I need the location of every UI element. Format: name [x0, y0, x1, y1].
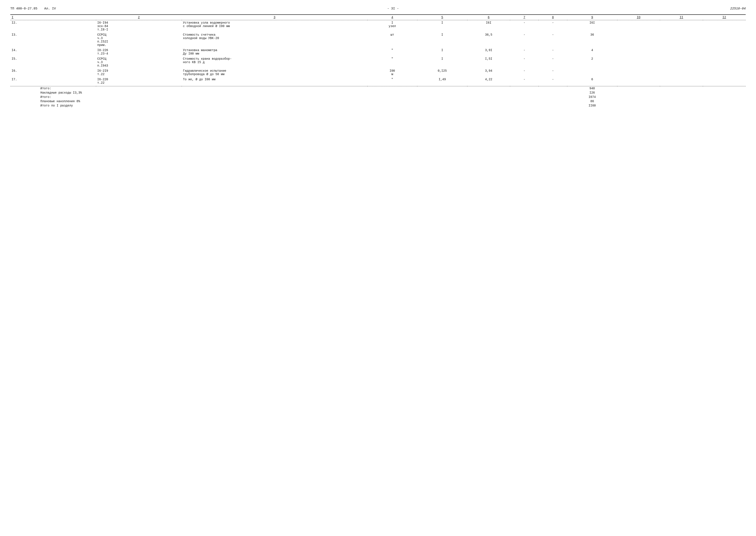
row-3-col-8: - [539, 48, 567, 56]
totals-empty-2-col12 [703, 90, 746, 95]
table-row: I3.ССРСЦ ч.3 п.I52I прим.Стоимость счетч… [10, 32, 746, 48]
row-1-col-5: I [417, 20, 467, 32]
row-6-col-9: 6 [567, 77, 617, 85]
col-header-9: 9 [567, 15, 617, 20]
row-1-col-2: I6-I94 эсн-84 т.I8-I [96, 20, 182, 32]
table-row: I6.I6-2I9 т.22Гидравлическое испытание т… [10, 68, 746, 77]
totals-value-5: II60 [567, 103, 617, 108]
totals-row-3: Итого:I074 [10, 95, 746, 99]
row-2-col-11 [660, 32, 703, 48]
col-header-3: 3 [182, 15, 367, 20]
row-2-col-8: - [539, 32, 567, 48]
row-6-col-7: - [510, 77, 539, 85]
totals-empty-5-col12 [703, 103, 746, 108]
row-4-col-5: I [417, 56, 467, 68]
row-4-col-7: - [510, 56, 539, 68]
row-5-col-1: I6. [10, 68, 96, 77]
row-5-col-12 [703, 68, 746, 77]
row-1-col-7: - [510, 20, 539, 32]
totals-empty-1-col12 [703, 86, 746, 90]
row-1-col-10 [617, 20, 660, 32]
row-3-col-9: 4 [567, 48, 617, 56]
col-header-5: 5 [417, 15, 467, 20]
row-4-col-6: I,5I [467, 56, 510, 68]
column-headers: I 2 3 4 5 6 7 8 9 IO II I2 [10, 15, 746, 20]
page-header: ТП 400-0-27.85 Ал. IV - 3I - 22510-04 [10, 7, 746, 11]
row-3-col-11 [660, 48, 703, 56]
row-3-col-12 [703, 48, 746, 56]
row-3-col-3: Установка манометра Ду I00 мм [182, 48, 367, 56]
table-row: I7.I6-220 т.22То же, Ø до I00 мм"I,494,2… [10, 77, 746, 85]
col-header-6: 6 [467, 15, 510, 20]
row-1-col-1: I2. [10, 20, 96, 32]
row-5-col-9 [567, 68, 617, 77]
row-5-col-5: 0,I25 [417, 68, 467, 77]
totals-empty-3-col12 [703, 95, 746, 99]
row-5-col-7: - [510, 68, 539, 77]
row-5-col-2: I6-2I9 т.22 [96, 68, 182, 77]
totals-value-2: I26 [567, 90, 617, 95]
row-1-col-3: Установка узла водомерного с обводной ли… [182, 20, 367, 32]
totals-empty-1-col10 [617, 86, 660, 90]
totals-empty-1-col11 [660, 86, 703, 90]
main-table: I 2 3 4 5 6 7 8 9 IO II I2 I2.I6-I94 эсн… [10, 15, 746, 108]
totals-row-4: Плановые накопления 8%86 [10, 99, 746, 103]
row-3-col-1: I4. [10, 48, 96, 56]
row-5-col-6: 3,94 [467, 68, 510, 77]
totals-label-2: Накладные расходы I3,3% [10, 90, 567, 95]
row-5-col-8: - [539, 68, 567, 77]
row-6-col-1: I7. [10, 77, 96, 85]
row-2-col-6: 36,5 [467, 32, 510, 48]
row-3-col-6: 3,9I [467, 48, 510, 56]
row-4-col-1: I5. [10, 56, 96, 68]
row-6-col-8: - [539, 77, 567, 85]
totals-empty-3-col11 [660, 95, 703, 99]
row-4-col-11 [660, 56, 703, 68]
row-5-col-10 [617, 68, 660, 77]
totals-empty-2-col11 [660, 90, 703, 95]
row-1-col-8: - [539, 20, 567, 32]
row-4-col-12 [703, 56, 746, 68]
row-2-col-3: Стоимость счетчика холодной воды УВК-20 [182, 32, 367, 48]
row-5-col-4: I00 м [367, 68, 417, 77]
col-header-10: IO [617, 15, 660, 20]
row-6-col-10 [617, 77, 660, 85]
row-6-col-12 [703, 77, 746, 85]
totals-empty-5-col11 [660, 103, 703, 108]
row-5-col-3: Гидравлическое испытание трубопровода Ø … [182, 68, 367, 77]
row-4-col-4: " [367, 56, 417, 68]
totals-empty-3-col10 [617, 95, 660, 99]
totals-label-4: Плановые накопления 8% [10, 99, 567, 103]
col-header-12: I2 [703, 15, 746, 20]
row-6-col-11 [660, 77, 703, 85]
row-2-col-4: шт [367, 32, 417, 48]
totals-value-4: 86 [567, 99, 617, 103]
col-header-7: 7 [510, 15, 539, 20]
row-2-col-10 [617, 32, 660, 48]
row-3-col-7: - [510, 48, 539, 56]
totals-empty-4-col11 [660, 99, 703, 103]
row-2-col-7: - [510, 32, 539, 48]
totals-label-5: Итого по I разделу [10, 103, 567, 108]
row-4-col-10 [617, 56, 660, 68]
row-3-col-4: " [367, 48, 417, 56]
main-table-wrapper: I 2 3 4 5 6 7 8 9 IO II I2 I2.I6-I94 эсн… [10, 15, 746, 108]
col-header-8: 8 [539, 15, 567, 20]
col-header-11: II [660, 15, 703, 20]
row-6-col-6: 4,22 [467, 77, 510, 85]
page-number: - 3I - [387, 7, 399, 11]
row-6-col-4: " [367, 77, 417, 85]
col-header-2: 2 [96, 15, 182, 20]
row-2-col-9: 36 [567, 32, 617, 48]
totals-empty-5-col10 [617, 103, 660, 108]
sheet-code: Ал. IV [44, 7, 56, 11]
totals-value-3: I074 [567, 95, 617, 99]
row-2-col-12 [703, 32, 746, 48]
row-1-col-4: I узел [367, 20, 417, 32]
row-5-col-11 [660, 68, 703, 77]
row-1-col-6: I6I [467, 20, 510, 32]
doc-number: 22510-04 [730, 7, 746, 11]
table-row: I2.I6-I94 эсн-84 т.I8-IУстановка узла во… [10, 20, 746, 32]
totals-row-1: Итого:948 [10, 86, 746, 90]
doc-code: ТП 400-0-27.85 [10, 7, 37, 11]
